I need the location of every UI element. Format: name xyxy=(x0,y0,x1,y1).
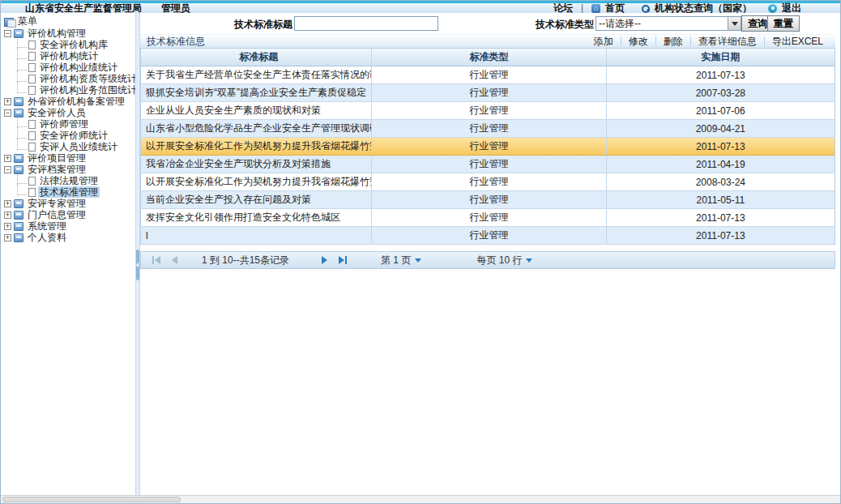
chevron-down-icon xyxy=(728,17,741,30)
table-row[interactable]: 狠抓安全培训夯“双基”提高企业安全生产素质促稳定行业管理2007-03-28 xyxy=(141,84,835,102)
standard-title-label: 技术标准标题 xyxy=(234,18,292,32)
folder-icon xyxy=(14,97,23,106)
collapse-icon[interactable]: − xyxy=(4,166,11,173)
home-icon: ⌂ xyxy=(591,4,600,13)
sidebar-item-label: 评价机构资质等级统计 xyxy=(38,73,135,84)
menu-title: 菜单 xyxy=(18,15,37,28)
sidebar-item-label: 安全评价机构库 xyxy=(38,39,109,50)
cell-standard-type: 行业管理 xyxy=(372,227,606,244)
sidebar-item-label: 安评人员业绩统计 xyxy=(38,141,119,152)
table-row[interactable]: 企业从业人员安全生产素质的现状和对策行业管理2011-07-06 xyxy=(141,102,835,120)
cell-standard-title: 关于我省生产经营单位安全生产主体责任落实情况的调研报告 xyxy=(141,66,372,83)
tree-connector xyxy=(17,116,27,127)
page-number-label: 第 1 页 xyxy=(381,254,411,267)
splitter-collapse-handle[interactable] xyxy=(136,250,139,280)
cell-standard-title: 企业从业人员安全生产素质的现状和对策 xyxy=(141,102,372,119)
column-header[interactable]: 标准标题 xyxy=(141,49,372,66)
column-header[interactable]: 标准类型 xyxy=(372,49,606,66)
sidebar-item-label: 外省评价机构备案管理 xyxy=(26,96,126,107)
tree-connector xyxy=(17,59,27,70)
page-number-select[interactable]: 第 1 页 xyxy=(381,254,421,267)
table-row[interactable]: 以开展安全标准化工作为契机努力提升我省烟花爆竹安全管理水平行业管理2008-03… xyxy=(141,173,835,191)
expand-icon[interactable]: + xyxy=(4,200,11,207)
sidebar-item[interactable]: +系统管理 xyxy=(1,220,135,232)
table-row[interactable]: 发挥安全文化引领作用打造安全文化特色城区行业管理2011-07-13 xyxy=(141,209,835,227)
scrollbar-thumb[interactable] xyxy=(2,497,181,502)
add-button[interactable]: 添加 xyxy=(587,36,621,46)
cell-implement-date: 2011-07-13 xyxy=(607,138,835,155)
horizontal-scrollbar[interactable] xyxy=(1,495,840,503)
collapse-icon[interactable]: − xyxy=(4,30,11,37)
sidebar-item[interactable]: 评价机构业务范围统计 xyxy=(1,84,135,96)
standard-type-label: 技术标准类型 xyxy=(536,18,594,32)
sidebar-item[interactable]: +安评专家管理 xyxy=(1,198,135,209)
page-icon xyxy=(28,41,36,49)
delete-button[interactable]: 删除 xyxy=(655,36,690,46)
sidebar-item[interactable]: +外省评价机构备案管理 xyxy=(1,96,135,107)
table-row[interactable]: 以开展安全标准化工作为契机努力提升我省烟花爆竹安全管理水平行业管理2011-07… xyxy=(141,138,835,156)
reset-button[interactable]: 重置 xyxy=(767,15,800,32)
folder-icon xyxy=(14,199,23,208)
cell-standard-type: 行业管理 xyxy=(372,191,606,208)
menu-root: 菜单 xyxy=(1,15,135,28)
app-window: 山东省安全生产监督管理局 管理员 论坛 | ⌂ 首页 机构状态查询（国家） 退出… xyxy=(0,0,841,504)
sidebar-item[interactable]: −安评档案管理 xyxy=(1,164,135,175)
last-page-button[interactable] xyxy=(339,256,347,264)
table-row[interactable]: l行业管理2011-07-13 xyxy=(141,227,835,245)
menu-icon xyxy=(4,17,15,27)
page-icon xyxy=(28,120,36,129)
cell-standard-title: 以开展安全标准化工作为契机努力提升我省烟花爆竹安全管理水平 xyxy=(141,173,372,190)
standard-title-input[interactable] xyxy=(294,16,438,31)
table-row[interactable]: 我省冶金企业安全生产现状分析及对策措施行业管理2011-04-19 xyxy=(141,156,835,173)
page-size-select[interactable]: 每页 10 行 xyxy=(476,254,532,267)
sidebar-item-label: 评价机构管理 xyxy=(26,28,88,39)
sidebar-item[interactable]: +门户信息管理 xyxy=(1,209,135,220)
sidebar-item[interactable]: −安全评价人员 xyxy=(1,107,135,118)
export-excel-button[interactable]: 导出EXCEL xyxy=(764,36,830,46)
table-row[interactable]: 关于我省生产经营单位安全生产主体责任落实情况的调研报告行业管理2011-07-1… xyxy=(141,66,835,84)
tree-connector xyxy=(17,70,27,82)
folder-icon xyxy=(14,211,23,220)
tree-connector xyxy=(17,184,27,195)
cell-standard-title: 发挥安全文化引领作用打造安全文化特色城区 xyxy=(141,209,372,226)
expand-icon[interactable]: + xyxy=(4,211,11,219)
view-detail-button[interactable]: 查看详细信息 xyxy=(690,36,764,46)
prev-page-button[interactable] xyxy=(172,256,177,264)
cell-implement-date: 2011-04-19 xyxy=(607,156,835,173)
tree-connector xyxy=(17,173,27,184)
toolbar: 添加修改删除查看详细信息导出EXCEL xyxy=(587,36,830,46)
expand-icon[interactable]: + xyxy=(4,234,11,241)
collapse-icon[interactable]: − xyxy=(4,109,11,117)
table-row[interactable]: 山东省小型危险化学品生产企业安全生产管理现状调研报告行业管理2009-04-21 xyxy=(141,120,835,138)
expand-icon[interactable]: + xyxy=(4,155,11,162)
page-icon xyxy=(28,63,36,72)
sidebar-item[interactable]: +个人资料 xyxy=(1,232,135,243)
standard-type-select[interactable]: --请选择-- xyxy=(596,16,741,31)
cell-implement-date: 2011-07-13 xyxy=(607,209,835,226)
panel-title: 技术标准信息 xyxy=(147,35,205,49)
column-header[interactable]: 实施日期 xyxy=(607,49,835,66)
cell-standard-title: l xyxy=(141,227,372,244)
table-body: 关于我省生产经营单位安全生产主体责任落实情况的调研报告行业管理2011-07-1… xyxy=(141,66,835,245)
sidebar-item[interactable]: 安评人员业绩统计 xyxy=(1,141,135,152)
cell-implement-date: 2011-07-13 xyxy=(607,227,835,244)
cell-standard-type: 行业管理 xyxy=(372,156,606,173)
expand-icon[interactable]: + xyxy=(4,98,11,105)
sidebar-item[interactable]: −评价机构管理 xyxy=(1,28,135,39)
sidebar-item-label: 个人资料 xyxy=(26,232,68,243)
sidebar-item[interactable]: +评价项目管理 xyxy=(1,152,135,164)
sidebar-item-label: 评价机构业务范围统计 xyxy=(38,84,135,96)
sidebar-item[interactable]: 技术标准管理 xyxy=(1,186,135,198)
sidebar-item-label: 评价机构业绩统计 xyxy=(38,62,119,73)
cell-standard-title: 以开展安全标准化工作为契机努力提升我省烟花爆竹安全管理水平 xyxy=(141,138,372,155)
page-icon xyxy=(28,86,36,95)
expand-icon[interactable]: + xyxy=(4,223,11,230)
first-page-button[interactable] xyxy=(152,256,160,264)
cell-standard-type: 行业管理 xyxy=(372,102,606,119)
table-row[interactable]: 当前企业安全生产投入存在问题及对策行业管理2011-05-11 xyxy=(141,191,835,209)
modify-button[interactable]: 修改 xyxy=(621,36,655,46)
next-page-button[interactable] xyxy=(322,256,327,264)
sidebar-item-label: 门户信息管理 xyxy=(26,209,88,220)
selected-option: --请选择-- xyxy=(596,17,728,31)
page-size-label: 每页 10 行 xyxy=(476,254,522,267)
